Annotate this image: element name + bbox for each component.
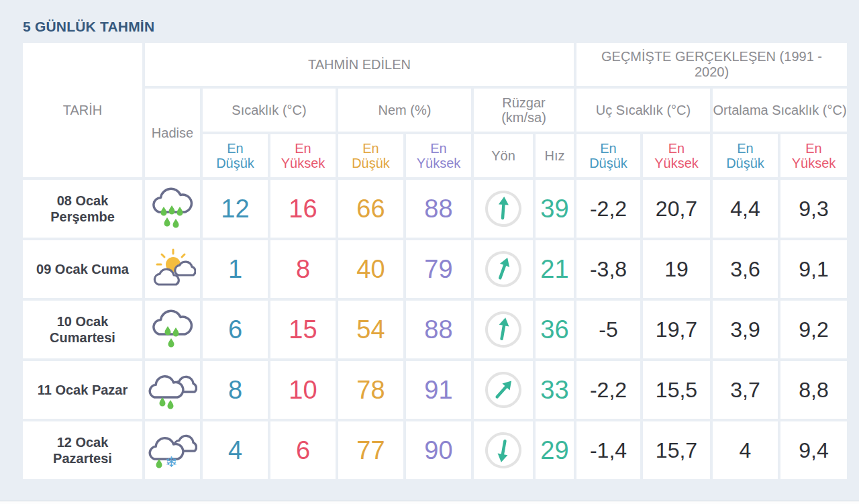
wind-direction-cell (474, 180, 533, 238)
wind-speed-value: 21 (536, 240, 574, 298)
average-max-value: 9,2 (780, 301, 847, 358)
forecast-table: TARİH TAHMİN EDİLEN GEÇMİŞTE GERÇEKLEŞEN… (23, 43, 847, 479)
humidity-min-value: 77 (338, 421, 403, 479)
subheader-humidity-min: En Düşük (338, 134, 403, 177)
temp-max-value: 15 (270, 301, 336, 358)
average-max-value: 8,8 (780, 361, 847, 419)
humidity-max-value: 88 (406, 301, 471, 358)
humidity-min-value: 40 (338, 240, 403, 298)
wind-speed-value: 36 (536, 301, 574, 358)
extreme-max-value: 15,7 (643, 421, 710, 479)
wind-speed-value: 33 (536, 361, 574, 419)
table-row-date: 12 Ocak Pazartesi (23, 421, 142, 479)
svg-text:❄: ❄ (165, 454, 177, 470)
wind-direction-cell (474, 361, 533, 419)
average-min-value: 3,6 (713, 240, 778, 298)
temp-max-value: 8 (270, 240, 336, 298)
extreme-min-value: -2,2 (576, 361, 640, 419)
wind-speed-value: 39 (536, 180, 574, 238)
temp-min-label: En Düşük (216, 141, 254, 170)
extreme-min-value: -5 (576, 301, 640, 358)
humidity-min-value: 66 (338, 180, 403, 238)
page-title: 5 GÜNLÜK TAHMİN (23, 19, 859, 35)
extreme-max-value: 15,5 (643, 361, 710, 419)
humidity-min-value: 54 (338, 301, 403, 358)
humidity-max-value: 91 (406, 361, 471, 419)
column-header-event: Hadise (145, 89, 200, 177)
wind-direction-icon (478, 244, 528, 294)
light-rain-icon (145, 301, 200, 358)
extreme-max-value: 19,7 (643, 301, 710, 358)
temp-max-value: 10 (270, 361, 336, 419)
subheader-average-min: En Düşük (713, 134, 778, 177)
table-row-date: 09 Ocak Cuma (23, 240, 142, 298)
extreme-min-value: -2,2 (576, 180, 640, 238)
average-max-label: En Yüksek (792, 141, 836, 170)
bottom-divider (0, 501, 859, 504)
column-group-wind: Rüzgar (km/sa) (474, 89, 574, 132)
partly-sunny-icon (145, 240, 200, 298)
heavy-rain-icon (145, 180, 200, 238)
column-group-extreme-temp: Uç Sıcaklık (°C) (576, 89, 710, 132)
table-row-date: 08 Ocak Perşembe (23, 180, 142, 238)
average-min-value: 4 (713, 421, 778, 479)
wind-direction-icon (476, 362, 531, 417)
subheader-extreme-min: En Düşük (576, 134, 640, 177)
rain-clouds-icon (145, 361, 200, 419)
wind-direction-icon (481, 307, 525, 352)
column-group-historical: GEÇMİŞTE GERÇEKLEŞEN (1991 - 2020) (576, 43, 847, 86)
temp-min-value: 1 (203, 240, 268, 298)
subheader-wind-direction: Yön (474, 134, 533, 177)
temp-min-value: 4 (203, 421, 268, 479)
humidity-max-value: 88 (406, 180, 471, 238)
wind-speed-value: 29 (536, 421, 574, 479)
wind-direction-cell (474, 421, 533, 479)
wind-group-label: Rüzgar (km/sa) (501, 95, 546, 125)
temp-max-label: En Yüksek (281, 141, 325, 170)
subheader-extreme-max: En Yüksek (643, 134, 710, 177)
table-row-date: 10 Ocak Cumartesi (23, 301, 142, 358)
column-group-predicted: TAHMİN EDİLEN (145, 43, 574, 86)
humidity-min-label: En Düşük (352, 141, 390, 170)
extreme-max-value: 19 (643, 240, 710, 298)
column-header-date: TARİH (23, 43, 142, 177)
wind-direction-icon (483, 188, 524, 230)
subheader-temp-min: En Düşük (203, 134, 268, 177)
humidity-min-value: 78 (338, 361, 403, 419)
average-min-value: 4,4 (713, 180, 778, 238)
humidity-max-value: 79 (406, 240, 471, 298)
extreme-min-label: En Düşük (589, 141, 627, 170)
average-min-label: En Düşük (726, 141, 764, 170)
temp-max-value: 6 (270, 421, 336, 479)
temp-min-value: 6 (203, 301, 268, 358)
subheader-wind-speed: Hız (536, 134, 574, 177)
temp-min-value: 12 (203, 180, 268, 238)
humidity-max-value: 90 (406, 421, 471, 479)
subheader-average-max: En Yüksek (780, 134, 847, 177)
humidity-max-label: En Yüksek (417, 141, 461, 170)
extreme-min-value: -1,4 (576, 421, 640, 479)
average-max-value: 9,3 (780, 180, 847, 238)
average-max-value: 9,4 (780, 421, 847, 479)
column-group-humidity: Nem (%) (338, 89, 471, 132)
average-min-value: 3,7 (713, 361, 778, 419)
wind-direction-cell (474, 240, 533, 298)
wind-direction-icon (481, 427, 525, 472)
subheader-temp-max: En Yüksek (270, 134, 336, 177)
column-group-average-temp: Ortalama Sıcaklık (°C) (713, 89, 847, 132)
extreme-max-value: 20,7 (643, 180, 710, 238)
temp-min-value: 8 (203, 361, 268, 419)
average-min-value: 3,9 (713, 301, 778, 358)
sleet-icon: ❄ (145, 421, 200, 479)
extreme-max-label: En Yüksek (654, 141, 699, 170)
average-max-value: 9,1 (780, 240, 847, 298)
wind-direction-cell (474, 301, 533, 358)
table-row-date: 11 Ocak Pazar (23, 361, 142, 419)
column-group-temperature: Sıcaklık (°C) (203, 89, 336, 132)
extreme-min-value: -3,8 (576, 240, 640, 298)
temp-max-value: 16 (270, 180, 336, 238)
subheader-humidity-max: En Yüksek (406, 134, 471, 177)
